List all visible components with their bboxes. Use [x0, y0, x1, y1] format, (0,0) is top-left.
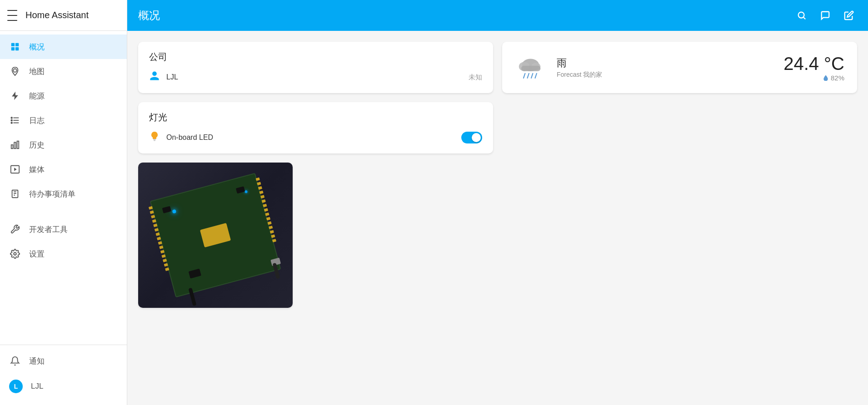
topbar: 概况	[127, 0, 868, 31]
svg-rect-13	[17, 141, 19, 149]
svg-point-20	[14, 252, 16, 255]
sidebar: Home Assistant 概况 地图	[0, 0, 127, 405]
svg-rect-1	[15, 43, 19, 46]
weather-info: 雨 Forecast 我的家	[557, 56, 602, 79]
sidebar-footer: 通知 L LJL	[0, 345, 127, 405]
person-icon	[149, 70, 160, 84]
humidity-icon	[823, 74, 829, 81]
sidebar-item-label-devtools: 开发者工具	[29, 224, 68, 235]
sidebar-item-user[interactable]: L LJL	[0, 373, 127, 400]
led-toggle-switch[interactable]	[461, 132, 482, 143]
play-icon	[9, 163, 21, 175]
sidebar-item-label-settings: 设置	[29, 249, 45, 259]
sidebar-item-label-notifications: 通知	[29, 356, 45, 366]
weather-condition: 雨	[557, 56, 602, 70]
sidebar-item-history[interactable]: 历史	[0, 133, 127, 157]
svg-line-28	[528, 73, 529, 78]
sidebar-item-map[interactable]: 地图	[0, 59, 127, 84]
lightning-icon	[9, 90, 21, 102]
chart-icon	[9, 139, 21, 151]
sidebar-item-todo[interactable]: 待办事项清单	[0, 182, 127, 206]
svg-point-9	[11, 120, 12, 121]
page-title: 概况	[138, 8, 786, 23]
company-row: LJL 未知	[149, 70, 482, 84]
sidebar-item-media[interactable]: 媒体	[0, 157, 127, 182]
weather-location: Forecast 我的家	[557, 71, 602, 79]
svg-point-8	[11, 117, 12, 119]
svg-rect-31	[153, 139, 156, 140]
sidebar-header: Home Assistant	[0, 0, 127, 31]
sidebar-item-label-user: LJL	[31, 382, 43, 391]
avatar: L	[9, 380, 23, 393]
grid-icon	[9, 41, 21, 53]
company-status: 未知	[469, 73, 482, 82]
company-card-title: 公司	[149, 51, 482, 63]
edit-button[interactable]	[841, 7, 857, 24]
sidebar-item-devtools[interactable]: 开发者工具	[0, 217, 127, 242]
sidebar-item-overview[interactable]: 概况	[0, 35, 127, 59]
svg-line-30	[535, 73, 537, 78]
sidebar-item-label-map: 地图	[29, 66, 45, 77]
topbar-icons	[793, 7, 857, 24]
weather-humidity: 82%	[783, 74, 844, 82]
sidebar-item-settings[interactable]: 设置	[0, 242, 127, 266]
light-name: On-board LED	[166, 133, 213, 142]
svg-point-21	[798, 12, 804, 18]
svg-rect-11	[11, 145, 13, 148]
sidebar-item-notifications[interactable]: 通知	[0, 349, 127, 373]
clipboard-icon	[9, 188, 21, 200]
sidebar-item-label-media: 媒体	[29, 164, 45, 175]
search-button[interactable]	[793, 7, 810, 24]
bell-icon	[9, 355, 21, 367]
app-title: Home Assistant	[25, 10, 89, 20]
gear-icon	[9, 248, 21, 260]
sidebar-item-label-energy: 能源	[29, 91, 45, 101]
svg-rect-26	[521, 65, 541, 71]
lights-card-title: 灯光	[149, 111, 482, 123]
map-icon	[9, 65, 21, 77]
circuit-board-image	[150, 173, 281, 298]
svg-rect-3	[15, 47, 19, 50]
sidebar-item-label-log: 日志	[29, 115, 45, 126]
sidebar-item-energy[interactable]: 能源	[0, 84, 127, 108]
svg-line-27	[524, 73, 525, 78]
company-card: 公司 LJL 未知	[138, 42, 493, 93]
svg-line-22	[803, 17, 805, 19]
light-row: On-board LED	[149, 131, 482, 144]
sidebar-item-log[interactable]: 日志	[0, 108, 127, 133]
svg-rect-32	[154, 140, 156, 141]
main-content: 概况 公司	[127, 0, 868, 405]
bulb-icon	[149, 131, 160, 144]
svg-marker-15	[14, 168, 17, 171]
svg-point-10	[11, 122, 12, 123]
weather-icon-wrap	[515, 51, 548, 84]
sidebar-item-label-todo: 待办事项清单	[29, 189, 75, 199]
list-icon	[9, 114, 21, 126]
content-grid: 公司 LJL 未知	[127, 31, 868, 405]
sidebar-nav: 概况 地图 能源	[0, 31, 127, 345]
wrench-icon	[9, 223, 21, 235]
weather-temp-block: 24.4 °C 82%	[783, 54, 844, 82]
rain-cloud-icon	[516, 52, 547, 83]
lights-card: 灯光 On-board LED	[138, 102, 493, 153]
svg-rect-0	[11, 43, 15, 46]
svg-line-29	[531, 73, 533, 78]
menu-toggle-button[interactable]	[7, 10, 18, 21]
sidebar-item-label-overview: 概况	[29, 42, 45, 52]
weather-temperature: 24.4 °C	[783, 54, 844, 74]
svg-rect-33	[154, 140, 155, 141]
svg-rect-12	[14, 143, 16, 149]
svg-point-4	[13, 69, 16, 72]
weather-card: 雨 Forecast 我的家 24.4 °C 82%	[502, 42, 857, 93]
sidebar-item-label-history: 历史	[29, 140, 45, 150]
svg-rect-2	[11, 47, 15, 50]
chat-button[interactable]	[817, 7, 833, 24]
camera-card	[138, 163, 293, 308]
company-person-name: LJL	[166, 73, 178, 81]
